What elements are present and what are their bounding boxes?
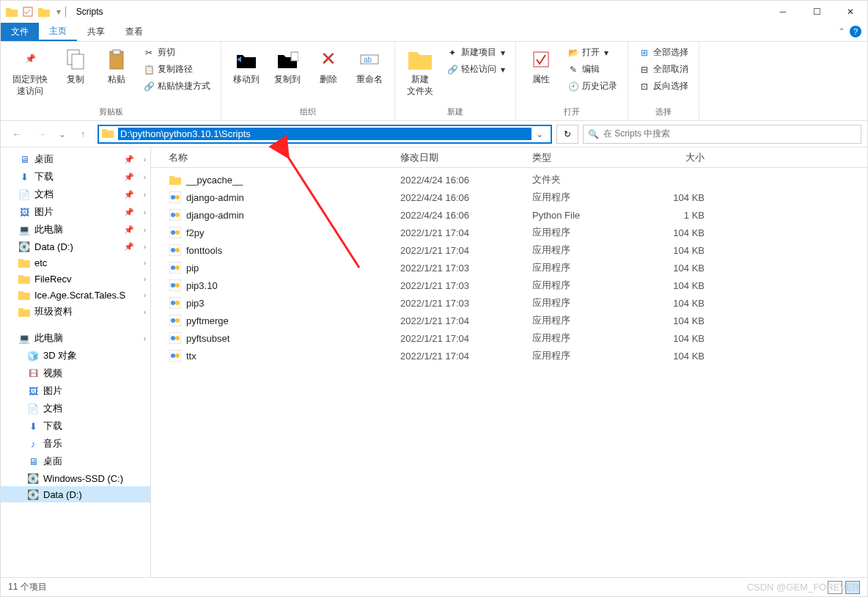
- recent-locations-button[interactable]: ⌄: [56, 124, 68, 144]
- minimize-button[interactable]: ─: [766, 1, 800, 23]
- invert-selection-button[interactable]: ⊡反向选择: [636, 78, 691, 94]
- refresh-button[interactable]: ↻: [556, 125, 578, 144]
- select-all-button[interactable]: ⊞全部选择: [636, 45, 691, 60]
- pin-to-quick-access-button[interactable]: 📌 固定到快 速访问: [8, 45, 52, 100]
- file-row[interactable]: ttx 2022/1/21 17:04 应用程序 104 KB: [151, 347, 867, 365]
- svg-rect-2: [72, 54, 84, 69]
- chevron-icon: ›: [144, 208, 146, 216]
- nav-item[interactable]: FileRecv›: [1, 271, 150, 287]
- paste-icon: [105, 48, 128, 71]
- open-button[interactable]: 📂打开▾: [564, 45, 620, 60]
- forward-button[interactable]: →: [32, 124, 52, 144]
- file-row[interactable]: pyftsubset 2022/1/21 17:04 应用程序 104 KB: [151, 329, 867, 347]
- nav-item[interactable]: etc›: [1, 254, 150, 271]
- edit-button[interactable]: ✎编辑: [564, 62, 620, 77]
- watermark: CSDN @GEM_FOREVER: [747, 582, 859, 593]
- search-input[interactable]: 🔍 在 Scripts 中搜索: [583, 125, 861, 144]
- svg-point-25: [171, 283, 175, 287]
- nav-this-pc[interactable]: 💻此电脑›: [1, 329, 150, 347]
- scissors-icon: ✂: [143, 47, 155, 59]
- move-to-button[interactable]: 移动到: [229, 45, 264, 89]
- nav-item[interactable]: 🖼图片: [1, 382, 150, 400]
- chevron-down-icon[interactable]: ⌄: [532, 129, 548, 139]
- file-row[interactable]: f2py 2022/1/21 17:04 应用程序 104 KB: [151, 224, 867, 241]
- pc-icon: 💻: [18, 224, 30, 235]
- column-size[interactable]: 大小: [646, 151, 719, 164]
- nav-item[interactable]: ⬇下载: [1, 417, 150, 435]
- file-row[interactable]: pip3 2022/1/21 17:03 应用程序 104 KB: [151, 294, 867, 312]
- easy-access-button[interactable]: 🔗轻松访问▾: [444, 62, 508, 77]
- new-folder-button[interactable]: 新建 文件夹: [402, 45, 438, 100]
- video-icon: 🎞: [27, 367, 39, 379]
- nav-item[interactable]: ♪音乐: [1, 435, 150, 453]
- paste-shortcut-button[interactable]: 🔗粘贴快捷方式: [140, 78, 213, 94]
- chevron-icon: ›: [144, 173, 146, 181]
- up-button[interactable]: ↑: [73, 124, 93, 144]
- file-row[interactable]: pip 2022/1/21 17:03 应用程序 104 KB: [151, 259, 867, 276]
- column-header[interactable]: 名称 修改日期 类型 大小: [151, 147, 867, 168]
- pin-icon: 📌: [124, 190, 134, 199]
- nav-item[interactable]: 🖥桌面📌›: [1, 150, 150, 168]
- nav-item[interactable]: 班级资料›: [1, 303, 150, 321]
- tab-file[interactable]: 文件: [1, 23, 39, 41]
- nav-item[interactable]: 💽Data (D:)📌›: [1, 238, 150, 254]
- maximize-button[interactable]: ☐: [800, 1, 834, 23]
- copy-to-button[interactable]: 复制到: [270, 45, 305, 89]
- file-row[interactable]: pyftmerge 2022/1/21 17:04 应用程序 104 KB: [151, 312, 867, 329]
- column-date[interactable]: 修改日期: [400, 151, 532, 164]
- new-item-button[interactable]: ✦新建项目▾: [444, 45, 508, 60]
- file-row[interactable]: django-admin 2022/4/24 16:06 应用程序 104 KB: [151, 188, 867, 206]
- desktop-icon: 🖥: [27, 455, 39, 467]
- column-name[interactable]: 名称: [151, 151, 400, 164]
- group-organize-label: 组织: [300, 105, 316, 119]
- properties-button[interactable]: 属性: [523, 45, 559, 89]
- tab-view[interactable]: 查看: [115, 23, 153, 41]
- address-input[interactable]: D:\python\python3.10.1\Scripts ⌄: [98, 125, 552, 144]
- nav-item[interactable]: 💽Data (D:): [1, 486, 150, 502]
- nav-item[interactable]: Ice.Age.Scrat.Tales.S›: [1, 287, 150, 303]
- svg-rect-4: [113, 50, 120, 54]
- close-button[interactable]: ✕: [834, 1, 867, 23]
- tab-home[interactable]: 主页: [39, 23, 77, 41]
- svg-point-16: [171, 230, 175, 235]
- app-icon: [169, 191, 182, 204]
- help-icon[interactable]: ?: [850, 26, 861, 37]
- address-path[interactable]: D:\python\python3.10.1\Scripts: [118, 128, 532, 140]
- file-row[interactable]: __pycache__ 2022/4/24 16:06 文件夹: [151, 171, 867, 188]
- file-list[interactable]: __pycache__ 2022/4/24 16:06 文件夹 django-a…: [151, 168, 867, 577]
- copy-path-button[interactable]: 📋复制路径: [140, 62, 213, 77]
- delete-button[interactable]: ✕删除: [311, 45, 346, 89]
- cut-button[interactable]: ✂剪切: [140, 45, 213, 60]
- rename-button[interactable]: ab重命名: [352, 45, 387, 89]
- chevron-icon: ›: [144, 308, 146, 316]
- pin-icon: 📌: [124, 225, 134, 235]
- delete-icon: ✕: [317, 48, 340, 71]
- nav-item[interactable]: 🖼图片📌›: [1, 203, 150, 221]
- file-row[interactable]: pip3.10 2022/1/21 17:03 应用程序 104 KB: [151, 276, 867, 294]
- file-row[interactable]: fonttools 2022/1/21 17:04 应用程序 104 KB: [151, 241, 867, 259]
- ribbon: 📌 固定到快 速访问 复制 粘贴 ✂剪切 📋复制路径 🔗粘贴快捷方式 剪贴板: [1, 42, 867, 121]
- file-row[interactable]: django-admin 2022/4/24 16:06 Python File…: [151, 206, 867, 224]
- history-button[interactable]: 🕘历史记录: [564, 78, 620, 94]
- nav-item[interactable]: ⬇下载📌›: [1, 168, 150, 186]
- document-icon: 📄: [18, 188, 30, 200]
- nav-item[interactable]: 💻此电脑📌›: [1, 221, 150, 238]
- nav-item[interactable]: 💽Windows-SSD (C:): [1, 470, 150, 486]
- qat-properties-icon[interactable]: [21, 5, 34, 18]
- desktop-icon: 🖥: [18, 153, 30, 165]
- navigation-pane[interactable]: 🖥桌面📌›⬇下载📌›📄文档📌›🖼图片📌›💻此电脑📌›💽Data (D:)📌›et…: [1, 147, 151, 577]
- pin-icon: 📌: [18, 48, 42, 71]
- select-none-button[interactable]: ⊟全部取消: [636, 62, 691, 77]
- nav-item[interactable]: 📄文档: [1, 400, 150, 417]
- collapse-ribbon-icon[interactable]: ⌃: [838, 26, 845, 37]
- svg-point-19: [171, 248, 175, 252]
- nav-item[interactable]: 🧊3D 对象: [1, 347, 150, 365]
- column-type[interactable]: 类型: [532, 151, 646, 164]
- copy-button[interactable]: 复制: [58, 45, 93, 89]
- tab-share[interactable]: 共享: [77, 23, 115, 41]
- nav-item[interactable]: 📄文档📌›: [1, 186, 150, 203]
- back-button[interactable]: ←: [7, 124, 27, 144]
- paste-button[interactable]: 粘贴: [99, 45, 134, 89]
- nav-item[interactable]: 🎞视频: [1, 365, 150, 382]
- nav-item[interactable]: 🖥桌面: [1, 453, 150, 470]
